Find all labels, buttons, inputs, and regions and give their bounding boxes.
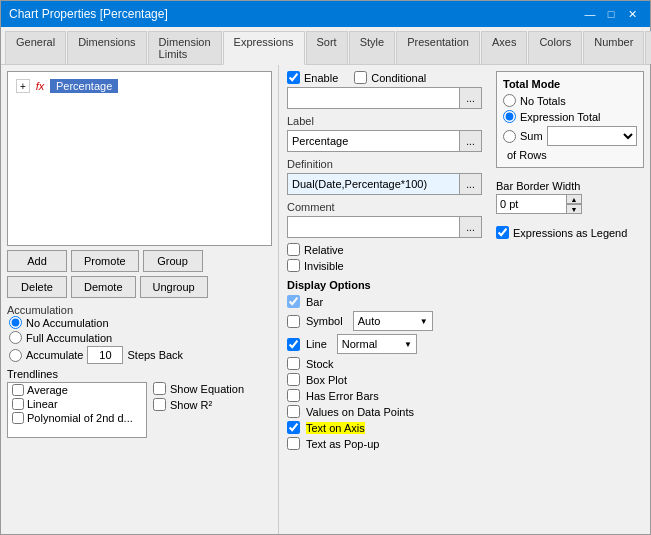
ungroup-button[interactable]: Ungroup	[140, 276, 208, 298]
accumulate-radio[interactable]	[9, 349, 22, 362]
trendlines-options: Show Equation Show R²	[153, 382, 244, 438]
enable-option: Enable	[287, 71, 338, 84]
no-accumulation-label: No Accumulation	[26, 317, 109, 329]
bar-checkbox[interactable]	[287, 295, 300, 308]
text-as-popup-checkbox[interactable]	[287, 437, 300, 450]
tab-number[interactable]: Number	[583, 31, 644, 64]
box-plot-checkbox[interactable]	[287, 373, 300, 386]
expressions-as-legend-checkbox[interactable]	[496, 226, 509, 239]
minimize-button[interactable]: —	[580, 5, 600, 23]
sum-radio[interactable]	[503, 130, 516, 143]
tree-expand-btn[interactable]: +	[16, 79, 30, 93]
show-r2-label: Show R²	[170, 399, 212, 411]
expression-total-radio[interactable]	[503, 110, 516, 123]
no-totals-option: No Totals	[503, 94, 637, 107]
conditional-option: Conditional	[354, 71, 426, 84]
show-r2-option: Show R²	[153, 398, 244, 411]
relative-checkbox[interactable]	[287, 243, 300, 256]
comment-ellipsis-btn[interactable]: ...	[460, 216, 482, 238]
line-checkbox[interactable]	[287, 338, 300, 351]
show-equation-option: Show Equation	[153, 382, 244, 395]
conditional-input[interactable]	[287, 87, 460, 109]
tab-axes[interactable]: Axes	[481, 31, 527, 64]
full-accumulation-radio[interactable]	[9, 331, 22, 344]
has-error-bars-checkbox[interactable]	[287, 389, 300, 402]
add-button[interactable]: Add	[7, 250, 67, 272]
stock-label: Stock	[306, 358, 334, 370]
demote-button[interactable]: Demote	[71, 276, 136, 298]
trendline-polynomial-check[interactable]	[12, 412, 24, 424]
trendlines-list[interactable]: Average Linear Polynomial of 2nd d...	[7, 382, 147, 438]
text-on-axis-label: Text on Axis	[306, 422, 365, 434]
tab-dimensions[interactable]: Dimensions	[67, 31, 146, 64]
stock-checkbox[interactable]	[287, 357, 300, 370]
group-button[interactable]: Group	[143, 250, 203, 272]
center-panel: Enable Conditional ... Label ... Definit…	[279, 65, 490, 534]
tab-expressions[interactable]: Expressions	[223, 31, 305, 65]
window-title: Chart Properties [Percentage]	[9, 7, 168, 21]
steps-back-label: Steps Back	[127, 349, 183, 361]
tab-style[interactable]: Style	[349, 31, 395, 64]
bar-border-value[interactable]	[496, 194, 566, 214]
chart-properties-window: Chart Properties [Percentage] — □ ✕ Gene…	[0, 0, 651, 535]
expression-tree[interactable]: + fx Percentage	[7, 71, 272, 246]
close-button[interactable]: ✕	[622, 5, 642, 23]
symbol-dropdown[interactable]: Auto ▼	[353, 311, 433, 331]
accumulation-options: No Accumulation Full Accumulation Accumu…	[7, 316, 272, 364]
stock-row: Stock	[287, 357, 482, 370]
no-totals-radio[interactable]	[503, 94, 516, 107]
values-on-data-points-checkbox[interactable]	[287, 405, 300, 418]
trendline-average-check[interactable]	[12, 384, 24, 396]
promote-button[interactable]: Promote	[71, 250, 139, 272]
tab-dimension-limits[interactable]: Dimension Limits	[148, 31, 222, 64]
tab-sort[interactable]: Sort	[306, 31, 348, 64]
text-as-popup-row: Text as Pop-up	[287, 437, 482, 450]
values-on-data-points-label: Values on Data Points	[306, 406, 414, 418]
sum-option: Sum	[503, 126, 637, 146]
values-on-data-points-row: Values on Data Points	[287, 405, 482, 418]
sum-dropdown[interactable]	[547, 126, 637, 146]
line-dropdown[interactable]: Normal ▼	[337, 334, 417, 354]
invisible-checkbox[interactable]	[287, 259, 300, 272]
bar-border-label: Bar Border Width	[496, 180, 644, 192]
trendline-polynomial: Polynomial of 2nd d...	[8, 411, 146, 425]
bar-label: Bar	[306, 296, 323, 308]
symbol-checkbox[interactable]	[287, 315, 300, 328]
accumulate-label: Accumulate	[26, 349, 83, 361]
conditional-label: Conditional	[371, 72, 426, 84]
accumulate-steps-input[interactable]	[87, 346, 123, 364]
definition-field: ...	[287, 173, 482, 195]
trendlines-row: Average Linear Polynomial of 2nd d...	[7, 382, 272, 438]
conditional-ellipsis-btn[interactable]: ...	[460, 87, 482, 109]
button-row-1: Add Promote Group	[7, 250, 272, 272]
enable-checkbox[interactable]	[287, 71, 300, 84]
fx-icon: fx	[32, 78, 48, 94]
comment-field-label: Comment	[287, 201, 482, 213]
conditional-checkbox[interactable]	[354, 71, 367, 84]
spinner-down-btn[interactable]: ▼	[566, 204, 582, 214]
label-input[interactable]	[287, 130, 460, 152]
text-on-axis-checkbox[interactable]	[287, 421, 300, 434]
comment-input[interactable]	[287, 216, 460, 238]
definition-input[interactable]	[287, 173, 460, 195]
tab-bar: General Dimensions Dimension Limits Expr…	[1, 27, 650, 65]
delete-button[interactable]: Delete	[7, 276, 67, 298]
right-side-panel: Total Mode No Totals Expression Total Su…	[490, 65, 650, 534]
tab-presentation[interactable]: Presentation	[396, 31, 480, 64]
maximize-button[interactable]: □	[601, 5, 621, 23]
show-r2-check[interactable]	[153, 398, 166, 411]
no-accumulation-radio[interactable]	[9, 316, 22, 329]
label-ellipsis-btn[interactable]: ...	[460, 130, 482, 152]
expressions-as-legend-option: Expressions as Legend	[496, 226, 644, 239]
window-controls: — □ ✕	[580, 5, 642, 23]
trendline-linear-check[interactable]	[12, 398, 24, 410]
tab-colors[interactable]: Colors	[528, 31, 582, 64]
spinner-up-btn[interactable]: ▲	[566, 194, 582, 204]
show-equation-check[interactable]	[153, 382, 166, 395]
comment-field: ...	[287, 216, 482, 238]
tab-general[interactable]: General	[5, 31, 66, 64]
definition-ellipsis-btn[interactable]: ...	[460, 173, 482, 195]
tab-font[interactable]: Font	[645, 31, 651, 64]
trendline-linear: Linear	[8, 397, 146, 411]
has-error-bars-row: Has Error Bars	[287, 389, 482, 402]
